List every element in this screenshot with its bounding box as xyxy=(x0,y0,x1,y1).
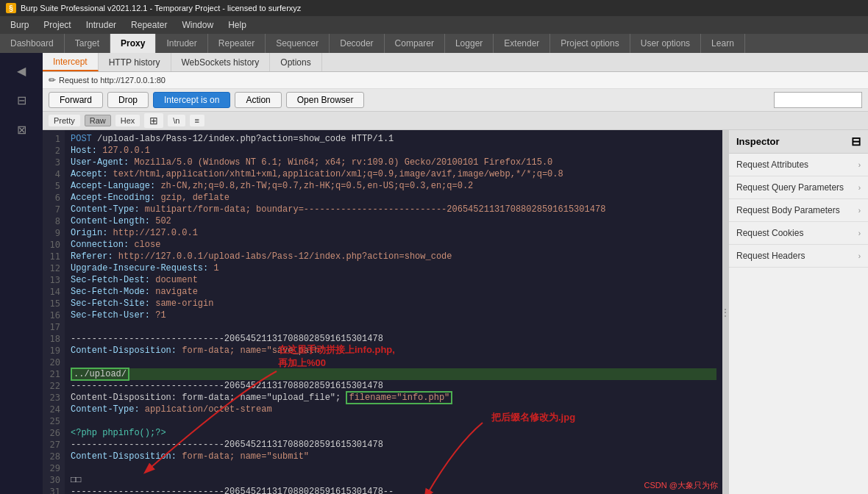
inspector-resize[interactable] xyxy=(722,130,728,494)
line-num-21: 21 xyxy=(47,368,60,380)
editor-wrapper: 1234567891011121314151617181920212223242… xyxy=(43,130,868,494)
inspector-item-request-query-parameters[interactable]: Request Query Parameters› xyxy=(729,176,868,199)
line-num-28: 28 xyxy=(47,451,60,462)
line-num-7: 7 xyxy=(47,204,60,215)
line-num-11: 11 xyxy=(47,251,60,262)
code-line-31: -----------------------------20654521131… xyxy=(71,486,716,494)
line-num-6: 6 xyxy=(47,192,60,204)
title-text: Burp Suite Professional v2021.12.1 - Tem… xyxy=(21,4,301,12)
code-line-9: Origin: http://127.0.0.1 xyxy=(71,227,716,239)
format-render[interactable]: ⊞ xyxy=(144,113,163,128)
forward-button[interactable]: Forward xyxy=(49,92,103,108)
request-info-text: Request to http://127.0.0.1:80 xyxy=(59,76,166,85)
tab-top-repeater[interactable]: Repeater xyxy=(208,34,266,53)
tab-top-intruder[interactable]: Intruder xyxy=(156,34,207,53)
line-num-26: 26 xyxy=(47,427,60,439)
code-line-7: Content-Type: multipart/form-data; bound… xyxy=(71,204,716,215)
line-numbers: 1234567891011121314151617181920212223242… xyxy=(43,130,65,494)
menu-item-help[interactable]: Help xyxy=(221,18,254,32)
tab-top-target[interactable]: Target xyxy=(65,34,110,53)
menu-item-window[interactable]: Window xyxy=(174,18,221,32)
code-line-25 xyxy=(71,415,716,427)
app-icon: § xyxy=(6,3,16,13)
line-num-8: 8 xyxy=(47,215,60,227)
edit-icon: ✏ xyxy=(49,75,56,85)
tab-top-extender[interactable]: Extender xyxy=(494,34,550,53)
code-line-6: Accept-Encoding: gzip, deflate xyxy=(71,192,716,204)
format-newline[interactable]: \n xyxy=(168,115,185,126)
code-line-3: User-Agent: Mozilla/5.0 (Windows NT 6.1;… xyxy=(71,157,716,168)
inspector-item-request-body-parameters[interactable]: Request Body Parameters› xyxy=(729,199,868,222)
code-line-26: <?php phpinfo();?> xyxy=(71,427,716,439)
format-bar: Pretty Raw Hex ⊞ \n ≡ xyxy=(43,112,868,130)
code-line-2: Host: 127.0.0.1 xyxy=(71,145,716,157)
line-num-24: 24 xyxy=(47,404,60,415)
search-input[interactable] xyxy=(774,92,862,108)
line-num-1: 1 xyxy=(47,133,60,145)
sidebar-icon-3[interactable]: ⊠ xyxy=(7,116,36,143)
code-line-13: Sec-Fetch-Dest: document xyxy=(71,274,716,286)
code-line-23: Content-Disposition: form-data; name="up… xyxy=(71,392,716,404)
code-line-15: Sec-Fetch-Site: same-origin xyxy=(71,298,716,309)
menu-item-project[interactable]: Project xyxy=(36,18,78,32)
code-line-1: POST /upload-labs/Pass-12/index.php?acti… xyxy=(71,133,716,145)
tab-top-decoder[interactable]: Decoder xyxy=(330,34,384,53)
menu-item-burp[interactable]: Burp xyxy=(3,18,36,32)
code-line-4: Accept: text/html,application/xhtml+xml,… xyxy=(71,168,716,180)
inspector-expand-icon[interactable]: ⊟ xyxy=(851,135,861,148)
format-pretty[interactable]: Pretty xyxy=(49,115,80,126)
code-line-22: -----------------------------20654521131… xyxy=(71,380,716,392)
code-line-27: -----------------------------20654521131… xyxy=(71,439,716,451)
code-line-11: Referer: http://127.0.0.1/upload-labs/Pa… xyxy=(71,251,716,262)
sub-tab-http-history[interactable]: HTTP history xyxy=(99,53,171,71)
line-num-13: 13 xyxy=(47,274,60,286)
tab-top-comparer[interactable]: Comparer xyxy=(385,34,445,53)
editor-content: 1234567891011121314151617181920212223242… xyxy=(43,130,722,494)
drop-button[interactable]: Drop xyxy=(107,92,149,108)
line-num-22: 22 xyxy=(47,380,60,392)
tab-top-logger[interactable]: Logger xyxy=(445,34,494,53)
intercept-button[interactable]: Intercept is on xyxy=(153,92,230,108)
sub-tab-options[interactable]: Options xyxy=(270,53,321,71)
code-line-10: Connection: close xyxy=(71,239,716,251)
action-button[interactable]: Action xyxy=(235,92,281,108)
line-num-25: 25 xyxy=(47,415,60,427)
inspector-item-request-headers[interactable]: Request Headers› xyxy=(729,245,868,268)
tab-top-user-options[interactable]: User options xyxy=(630,34,701,53)
content-panel: InterceptHTTP historyWebSockets historyO… xyxy=(43,53,868,494)
code-line-17 xyxy=(71,321,716,333)
sidebar-icon-1[interactable]: ◀ xyxy=(7,57,36,84)
code-line-14: Sec-Fetch-Mode: navigate xyxy=(71,286,716,298)
format-raw[interactable]: Raw xyxy=(85,115,111,126)
line-num-10: 10 xyxy=(47,239,60,251)
format-menu[interactable]: ≡ xyxy=(190,115,204,126)
tab-top-sequencer[interactable]: Sequencer xyxy=(266,34,330,53)
line-num-2: 2 xyxy=(47,145,60,157)
line-num-23: 23 xyxy=(47,392,60,404)
menu-item-intruder[interactable]: Intruder xyxy=(79,18,124,32)
sidebar-icon-2[interactable]: ⊟ xyxy=(7,87,36,113)
inspector-title: Inspector xyxy=(736,136,780,147)
menu-item-repeater[interactable]: Repeater xyxy=(124,18,174,32)
tab-top-proxy[interactable]: Proxy xyxy=(110,34,156,53)
editor-main[interactable]: 1234567891011121314151617181920212223242… xyxy=(43,130,722,494)
code-line-5: Accept-Language: zh-CN,zh;q=0.8,zh-TW;q=… xyxy=(71,180,716,192)
action-bar: Forward Drop Intercept is on Action Open… xyxy=(43,89,868,112)
sub-tab-intercept[interactable]: Intercept xyxy=(43,53,99,71)
code-line-19: Content-Disposition: form-data; name="sa… xyxy=(71,345,716,357)
line-num-30: 30 xyxy=(47,474,60,486)
sub-tab-websockets-history[interactable]: WebSockets history xyxy=(171,53,271,71)
code-line-20 xyxy=(71,357,716,368)
code-line-12: Upgrade-Insecure-Requests: 1 xyxy=(71,262,716,274)
inspector-header: Inspector ⊟ xyxy=(729,130,868,154)
code-area[interactable]: POST /upload-labs/Pass-12/index.php?acti… xyxy=(65,130,722,494)
tab-top-learn[interactable]: Learn xyxy=(701,34,745,53)
code-line-24: Content-Type: application/octet-stream xyxy=(71,404,716,415)
format-hex[interactable]: Hex xyxy=(115,115,140,126)
inspector-item-request-attributes[interactable]: Request Attributes› xyxy=(729,154,868,176)
code-line-29 xyxy=(71,462,716,474)
inspector-item-request-cookies[interactable]: Request Cookies› xyxy=(729,222,868,245)
tab-top-project-options[interactable]: Project options xyxy=(550,34,630,53)
open-browser-button[interactable]: Open Browser xyxy=(286,92,365,108)
tab-top-dashboard[interactable]: Dashboard xyxy=(0,34,65,53)
